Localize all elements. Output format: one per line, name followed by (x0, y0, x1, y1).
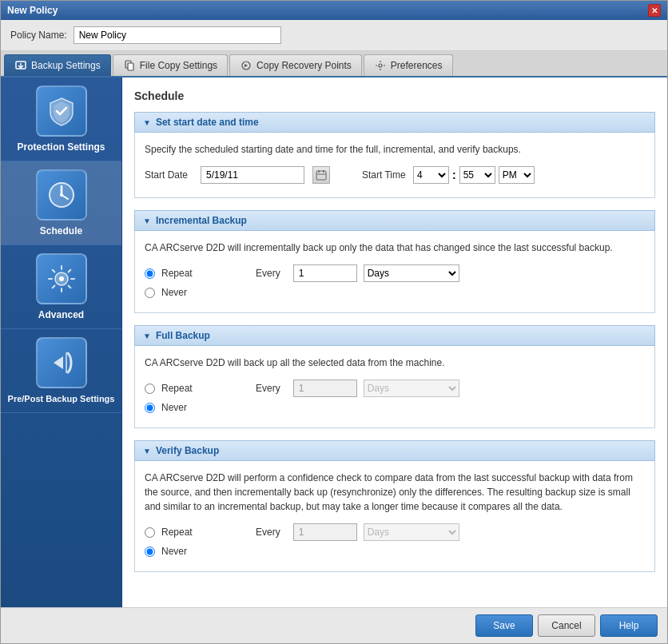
section-header-full[interactable]: ▼ Full Backup (134, 325, 655, 346)
section-label-full: Full Backup (156, 330, 210, 341)
section-body-incremental: CA ARCserve D2D will incrementally back … (134, 231, 655, 313)
prefs-icon (374, 59, 387, 72)
incremental-description: CA ARCserve D2D will incrementally back … (145, 241, 645, 255)
incremental-never-radio[interactable] (145, 288, 155, 298)
full-never-row: Never (145, 402, 645, 413)
sidebar-item-pre-post-backup[interactable]: Pre/Post Backup Settings (1, 329, 121, 413)
svg-point-9 (60, 193, 63, 197)
incremental-every-label: Every (256, 268, 280, 279)
start-date-row: Start Date Start Time (145, 166, 645, 184)
pre-post-backup-icon (36, 337, 87, 388)
section-header-verify[interactable]: ▼ Verify Backup (134, 440, 655, 461)
tab-copy-recovery-label: Copy Recovery Points (256, 60, 352, 71)
svg-rect-12 (316, 171, 326, 180)
hour-select[interactable]: 4 (413, 166, 449, 184)
ampm-select[interactable]: PM AM (499, 166, 535, 184)
verify-description: CA ARCserve D2D will perform a confidenc… (145, 471, 645, 514)
tab-file-copy-settings[interactable]: File Copy Settings (113, 54, 228, 76)
start-time-label: Start Time (362, 169, 410, 181)
incremental-never-row: Never (145, 287, 645, 298)
tab-backup-settings-label: Backup Settings (31, 60, 101, 71)
incremental-repeat-label: Repeat (161, 268, 217, 279)
sidebar-item-schedule[interactable]: Schedule (1, 161, 121, 245)
full-never-label: Never (161, 402, 217, 413)
full-every-label: Every (256, 383, 280, 394)
calendar-button[interactable] (312, 166, 330, 184)
start-date-description: Specify the scheduled starting date and … (145, 142, 645, 157)
main-content: Protection Settings Schedule (1, 78, 667, 607)
verify-repeat-radio[interactable] (145, 527, 155, 538)
section-header-incremental[interactable]: ▼ Incremental Backup (134, 210, 655, 231)
schedule-icon (36, 169, 87, 221)
sidebar-label-pre-post: Pre/Post Backup Settings (8, 393, 115, 404)
verify-every-label: Every (256, 527, 280, 538)
title-bar: New Policy ✕ (1, 1, 667, 20)
section-verify-backup: ▼ Verify Backup CA ARCserve D2D will per… (134, 440, 655, 572)
verify-never-radio[interactable] (145, 547, 155, 557)
collapse-arrow-verify: ▼ (143, 447, 151, 455)
svg-point-5 (379, 64, 382, 67)
content-area: Schedule ▼ Set start date and time Speci… (122, 78, 667, 607)
advanced-icon (36, 253, 87, 304)
time-group: Start Time 4 : 55 PM AM (362, 166, 535, 184)
svg-rect-3 (128, 63, 133, 70)
tab-preferences[interactable]: Preferences (364, 54, 453, 76)
policy-name-label: Policy Name: (10, 30, 67, 41)
section-incremental-backup: ▼ Incremental Backup CA ARCserve D2D wil… (134, 210, 655, 313)
incremental-period-select[interactable]: Days Weeks Months (364, 264, 459, 282)
footer: Save Cancel Help (1, 607, 667, 643)
main-window: New Policy ✕ Policy Name: Backup Setting… (0, 0, 668, 644)
time-colon: : (452, 169, 456, 181)
sidebar-label-schedule: Schedule (40, 225, 82, 237)
file-copy-icon (123, 59, 136, 72)
sidebar-label-advanced: Advanced (38, 309, 84, 320)
tab-preferences-label: Preferences (391, 60, 443, 71)
recovery-icon (240, 59, 252, 72)
section-header-start-date[interactable]: ▼ Set start date and time (134, 112, 655, 133)
full-repeat-label: Repeat (161, 383, 217, 394)
tab-copy-recovery-points[interactable]: Copy Recovery Points (229, 54, 362, 76)
window-title: New Policy (7, 5, 58, 16)
protection-settings-icon (36, 85, 87, 137)
incremental-number-input[interactable] (293, 264, 357, 282)
verify-period-select[interactable]: Days Weeks Months (364, 523, 459, 541)
sidebar-label-protection-settings: Protection Settings (17, 141, 105, 153)
full-never-radio[interactable] (145, 403, 155, 413)
content-title: Schedule (134, 89, 655, 102)
verify-repeat-label: Repeat (161, 527, 217, 538)
verify-never-row: Never (145, 546, 645, 557)
sidebar-item-advanced[interactable]: Advanced (1, 245, 121, 329)
section-full-backup: ▼ Full Backup CA ARCserve D2D will back … (134, 325, 655, 428)
section-body-full: CA ARCserve D2D will back up all the sel… (134, 346, 655, 428)
policy-name-bar: Policy Name: (1, 20, 667, 51)
full-description: CA ARCserve D2D will back up all the sel… (145, 356, 645, 370)
section-label-start-date: Set start date and time (156, 117, 259, 128)
incremental-repeat-radio[interactable] (145, 268, 155, 279)
tab-backup-settings[interactable]: Backup Settings (4, 54, 111, 76)
section-body-verify: CA ARCserve D2D will perform a confidenc… (134, 461, 655, 572)
collapse-arrow-start: ▼ (143, 118, 151, 127)
full-repeat-row: Repeat Every Days Weeks Months (145, 380, 645, 397)
minute-select[interactable]: 55 (459, 166, 495, 184)
sidebar-item-protection-settings[interactable]: Protection Settings (1, 78, 121, 161)
full-number-input[interactable] (293, 380, 357, 397)
section-label-incremental: Incremental Backup (156, 215, 247, 226)
help-button[interactable]: Help (600, 614, 658, 637)
cancel-button[interactable]: Cancel (538, 614, 595, 637)
verify-number-input[interactable] (293, 523, 357, 541)
verify-never-label: Never (161, 546, 217, 557)
incremental-repeat-row: Repeat Every Days Weeks Months (145, 264, 645, 282)
section-start-date-time: ▼ Set start date and time Specify the sc… (134, 112, 655, 198)
tabs-bar: Backup Settings File Copy Settings Copy … (1, 51, 667, 78)
collapse-arrow-full: ▼ (143, 332, 151, 340)
close-button[interactable]: ✕ (648, 4, 661, 17)
section-label-verify: Verify Backup (156, 445, 219, 456)
full-repeat-radio[interactable] (145, 384, 155, 394)
backup-settings-icon (14, 59, 27, 72)
save-button[interactable]: Save (475, 614, 533, 637)
full-period-select[interactable]: Days Weeks Months (364, 380, 459, 397)
section-body-start-date: Specify the scheduled starting date and … (134, 133, 655, 198)
start-date-input[interactable] (201, 166, 304, 184)
incremental-never-label: Never (161, 287, 217, 298)
policy-name-input[interactable] (74, 26, 281, 44)
